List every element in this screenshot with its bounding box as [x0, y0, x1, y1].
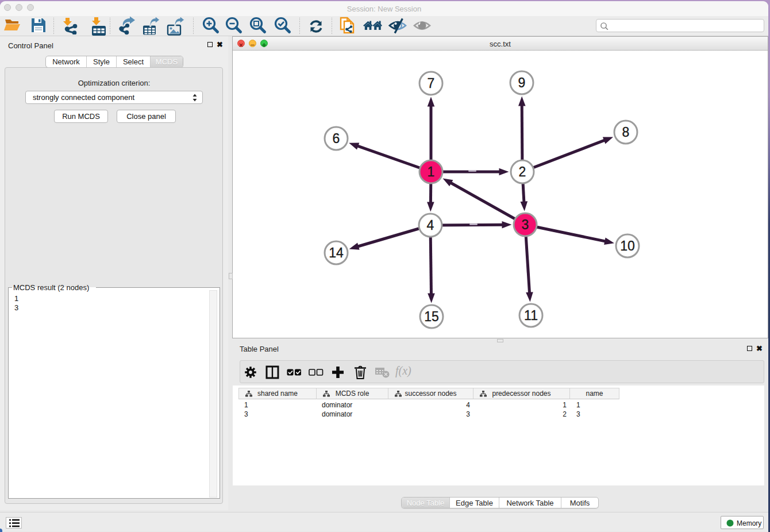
- svg-text:1: 1: [428, 164, 435, 179]
- svg-text:6: 6: [333, 131, 340, 146]
- svg-text:2: 2: [519, 164, 526, 179]
- svg-text:4: 4: [427, 218, 434, 233]
- svg-text:9: 9: [518, 75, 526, 90]
- svg-text:7: 7: [428, 76, 435, 91]
- svg-text:10: 10: [620, 238, 635, 253]
- svg-text:15: 15: [424, 309, 439, 324]
- svg-text:14: 14: [329, 245, 344, 260]
- svg-text:8: 8: [622, 125, 630, 140]
- svg-text:3: 3: [522, 217, 529, 232]
- svg-text:11: 11: [524, 308, 538, 323]
